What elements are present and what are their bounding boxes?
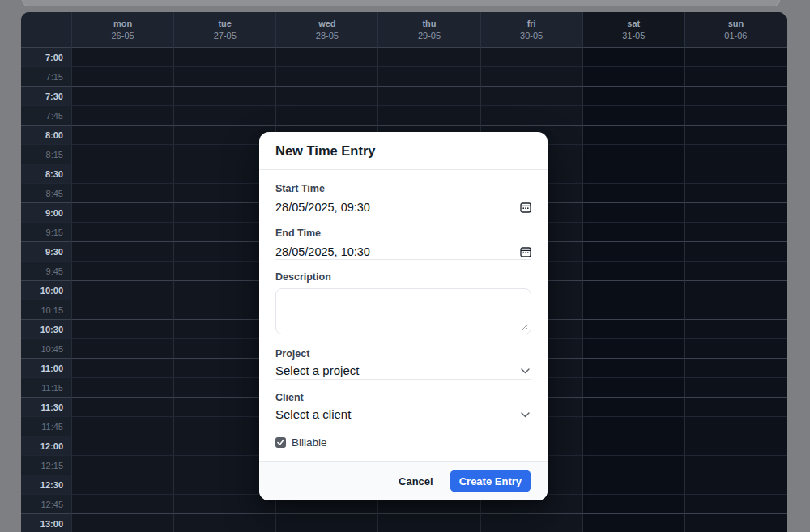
slot-wed-13:00[interactable] — [275, 513, 377, 532]
slot-mon-10:30[interactable] — [71, 319, 173, 338]
slot-sun-10:45[interactable] — [684, 338, 787, 358]
slot-sun-7:00[interactable] — [684, 47, 787, 66]
slot-sat-9:30[interactable] — [582, 241, 684, 261]
slot-sat-10:30[interactable] — [582, 319, 684, 338]
slot-mon-9:15[interactable] — [71, 222, 173, 241]
slot-mon-10:45[interactable] — [71, 338, 173, 358]
start-time-input[interactable]: 28/05/2025, 09:30 — [275, 200, 531, 215]
slot-sat-11:15[interactable] — [582, 377, 684, 397]
slot-sat-12:45[interactable] — [582, 494, 684, 513]
slot-mon-9:45[interactable] — [71, 261, 173, 280]
slot-mon-9:00[interactable] — [71, 202, 173, 222]
slot-sat-7:00[interactable] — [582, 47, 684, 66]
slot-thu-13:00[interactable] — [377, 513, 480, 532]
slot-sat-9:45[interactable] — [582, 261, 684, 280]
slot-sat-7:15[interactable] — [582, 66, 684, 86]
client-select[interactable]: Select a client — [275, 406, 531, 423]
description-input[interactable] — [276, 289, 531, 334]
slot-mon-11:30[interactable] — [71, 397, 173, 416]
slot-mon-7:30[interactable] — [71, 86, 173, 105]
slot-sun-12:45[interactable] — [684, 494, 787, 513]
cancel-button[interactable]: Cancel — [390, 470, 441, 493]
slot-sun-9:45[interactable] — [684, 261, 787, 280]
slot-sun-11:30[interactable] — [684, 397, 787, 416]
slot-wed-7:15[interactable] — [275, 66, 377, 86]
calendar-icon[interactable] — [520, 246, 531, 257]
slot-sat-11:30[interactable] — [582, 397, 684, 416]
slot-tue-7:45[interactable] — [173, 105, 275, 125]
slot-mon-7:15[interactable] — [71, 66, 173, 86]
slot-mon-7:45[interactable] — [71, 105, 173, 125]
slot-sat-12:15[interactable] — [582, 455, 684, 475]
slot-sun-12:00[interactable] — [684, 436, 787, 455]
slot-sun-8:15[interactable] — [684, 144, 787, 164]
slot-sat-11:00[interactable] — [582, 358, 684, 377]
slot-sun-8:30[interactable] — [684, 164, 787, 183]
slot-sun-9:30[interactable] — [684, 241, 787, 261]
end-time-input[interactable]: 28/05/2025, 10:30 — [275, 245, 531, 260]
slot-sun-10:30[interactable] — [684, 319, 787, 338]
slot-sat-10:45[interactable] — [582, 338, 684, 358]
slot-tue-13:00[interactable] — [173, 513, 275, 532]
slot-sun-12:15[interactable] — [684, 455, 787, 475]
slot-mon-9:30[interactable] — [71, 241, 173, 261]
slot-sat-12:30[interactable] — [582, 475, 684, 494]
slot-sat-10:15[interactable] — [582, 300, 684, 319]
slot-sun-8:00[interactable] — [684, 125, 787, 144]
slot-sun-9:00[interactable] — [684, 202, 787, 222]
slot-sun-7:45[interactable] — [684, 105, 787, 125]
slot-fri-7:00[interactable] — [480, 47, 582, 66]
slot-tue-7:15[interactable] — [173, 66, 275, 86]
slot-sun-11:45[interactable] — [684, 416, 787, 436]
slot-sat-9:00[interactable] — [582, 202, 684, 222]
slot-mon-11:00[interactable] — [71, 358, 173, 377]
slot-mon-13:00[interactable] — [71, 513, 173, 532]
slot-sun-8:45[interactable] — [684, 183, 787, 202]
billable-checkbox[interactable] — [275, 437, 286, 448]
slot-mon-10:00[interactable] — [71, 280, 173, 300]
resize-handle-icon[interactable] — [520, 323, 528, 331]
slot-fri-13:00[interactable] — [480, 513, 582, 532]
slot-sun-11:15[interactable] — [684, 377, 787, 397]
slot-sat-8:15[interactable] — [582, 144, 684, 164]
slot-sat-8:45[interactable] — [582, 183, 684, 202]
slot-mon-7:00[interactable] — [71, 47, 173, 66]
slot-tue-7:00[interactable] — [173, 47, 275, 66]
slot-sat-13:00[interactable] — [582, 513, 684, 532]
slot-sat-7:30[interactable] — [582, 86, 684, 105]
slot-sun-10:00[interactable] — [684, 280, 787, 300]
slot-mon-12:15[interactable] — [71, 455, 173, 475]
slot-sun-13:00[interactable] — [684, 513, 787, 532]
calendar-icon[interactable] — [520, 202, 531, 213]
slot-thu-7:45[interactable] — [377, 105, 480, 125]
slot-tue-12:45[interactable] — [173, 494, 275, 513]
create-entry-button[interactable]: Create Entry — [450, 470, 531, 492]
slot-sat-10:00[interactable] — [582, 280, 684, 300]
slot-mon-12:00[interactable] — [71, 436, 173, 455]
slot-sat-11:45[interactable] — [582, 416, 684, 436]
slot-sun-12:30[interactable] — [684, 475, 787, 494]
slot-fri-7:30[interactable] — [480, 86, 582, 105]
slot-sun-7:15[interactable] — [684, 66, 787, 86]
slot-wed-7:45[interactable] — [275, 105, 377, 125]
slot-thu-7:30[interactable] — [377, 86, 480, 105]
slot-wed-7:00[interactable] — [275, 47, 377, 66]
slot-mon-12:30[interactable] — [71, 475, 173, 494]
slot-mon-11:45[interactable] — [71, 416, 173, 436]
slot-fri-7:15[interactable] — [480, 66, 582, 86]
slot-sun-11:00[interactable] — [684, 358, 787, 377]
slot-sat-8:30[interactable] — [582, 164, 684, 183]
slot-sun-9:15[interactable] — [684, 222, 787, 241]
slot-mon-8:30[interactable] — [71, 164, 173, 183]
slot-sat-8:00[interactable] — [582, 125, 684, 144]
slot-fri-7:45[interactable] — [480, 105, 582, 125]
slot-wed-7:30[interactable] — [275, 86, 377, 105]
slot-mon-8:15[interactable] — [71, 144, 173, 164]
slot-mon-10:15[interactable] — [71, 300, 173, 319]
slot-tue-7:30[interactable] — [173, 86, 275, 105]
slot-mon-12:45[interactable] — [71, 494, 173, 513]
slot-thu-7:00[interactable] — [377, 47, 480, 66]
slot-mon-8:45[interactable] — [71, 183, 173, 202]
slot-sat-12:00[interactable] — [582, 436, 684, 455]
slot-sun-7:30[interactable] — [684, 86, 787, 105]
